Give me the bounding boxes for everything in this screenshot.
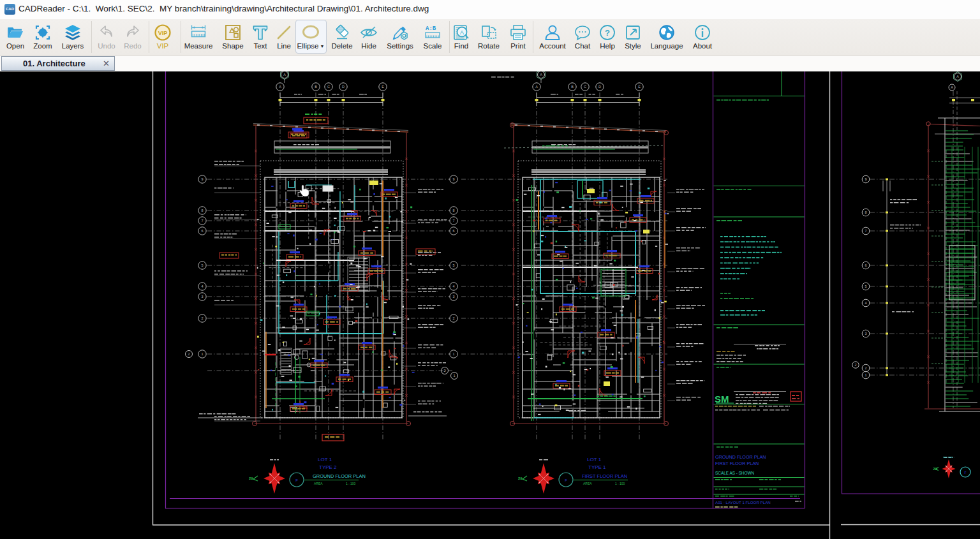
svg-text:A: A <box>540 73 542 77</box>
svg-text:9: 9 <box>452 177 454 181</box>
svg-text:E: E <box>382 85 384 89</box>
svg-text:2: 2 <box>854 363 856 367</box>
svg-text:C: C <box>327 85 330 89</box>
svg-text:SCALE AS - SHOWN: SCALE AS - SHOWN <box>715 471 754 475</box>
svg-text:1 : 100: 1 : 100 <box>346 482 356 485</box>
svg-text:A: A <box>535 85 538 89</box>
svg-text:7: 7 <box>865 229 866 233</box>
svg-text:6: 6 <box>865 263 866 267</box>
svg-text:SM: SM <box>715 394 729 404</box>
svg-text:TYPE 2: TYPE 2 <box>319 464 337 470</box>
svg-text:B: B <box>315 85 317 89</box>
svg-text:LOT 1: LOT 1 <box>587 457 602 462</box>
svg-text:5: 5 <box>865 284 866 288</box>
svg-text:8: 8 <box>452 209 454 212</box>
svg-text:5: 5 <box>201 263 203 267</box>
svg-text:1: 1 <box>201 352 203 356</box>
svg-text:2: 2 <box>452 316 454 320</box>
svg-text:AREA: AREA <box>583 482 592 485</box>
svg-text:3: 3 <box>452 295 454 299</box>
svg-text:29: 29 <box>933 467 937 471</box>
svg-text:AREA: AREA <box>314 482 323 485</box>
svg-text:A: A <box>460 29 464 36</box>
svg-text:5: 5 <box>452 263 454 267</box>
svg-text:D: D <box>342 85 345 89</box>
svg-text:A:B: A:B <box>426 26 436 32</box>
svg-text:3: 3 <box>865 332 866 336</box>
svg-text:4: 4 <box>201 284 203 288</box>
svg-text:6: 6 <box>201 229 203 233</box>
svg-text:4: 4 <box>452 284 454 288</box>
svg-text:1: 1 <box>453 374 455 378</box>
svg-text:2: 2 <box>865 366 866 370</box>
svg-text:TYPE 1: TYPE 1 <box>588 464 606 470</box>
svg-text:C: C <box>584 85 586 89</box>
svg-text:8: 8 <box>865 210 866 214</box>
svg-text:F: F <box>565 478 567 482</box>
svg-text:A01 - LAYOUT 1 FLOOR PLAN: A01 - LAYOUT 1 FLOOR PLAN <box>715 500 771 505</box>
svg-text:29: 29 <box>249 476 253 480</box>
svg-text:D: D <box>598 85 601 89</box>
svg-text:VIP: VIP <box>158 30 168 36</box>
svg-text:6: 6 <box>452 229 454 233</box>
svg-text:9: 9 <box>865 177 866 181</box>
svg-text:GROUND FLOOR PLAN: GROUND FLOOR PLAN <box>715 454 766 460</box>
svg-text:8: 8 <box>201 209 203 212</box>
svg-text:A: A <box>951 85 953 89</box>
svg-text:A: A <box>283 73 286 77</box>
svg-text:A: A <box>956 75 959 78</box>
svg-text:2: 2 <box>201 316 203 320</box>
svg-text:B: B <box>571 85 574 89</box>
svg-text:F: F <box>295 478 298 482</box>
svg-text:LOT 1: LOT 1 <box>318 457 332 462</box>
svg-text:A: A <box>279 85 281 89</box>
svg-text:9: 9 <box>201 177 203 181</box>
svg-text:2: 2 <box>188 352 189 356</box>
svg-text:E: E <box>638 85 641 89</box>
svg-text:GROUND FLOOR PLAN: GROUND FLOOR PLAN <box>313 473 366 479</box>
svg-text:7: 7 <box>452 219 454 223</box>
svg-text:1: 1 <box>452 352 454 356</box>
svg-text:?: ? <box>605 28 610 38</box>
svg-text:FIRST FLOOR PLAN: FIRST FLOOR PLAN <box>715 461 759 466</box>
svg-text:7: 7 <box>201 219 203 223</box>
svg-text:F: F <box>964 471 966 475</box>
svg-text:29: 29 <box>518 476 523 480</box>
svg-text:4: 4 <box>865 301 866 305</box>
svg-text:FIRST FLOOR PLAN: FIRST FLOOR PLAN <box>582 473 627 479</box>
svg-text:1 : 100: 1 : 100 <box>615 482 625 485</box>
svg-text:3: 3 <box>201 295 203 299</box>
svg-text:1: 1 <box>865 373 866 377</box>
